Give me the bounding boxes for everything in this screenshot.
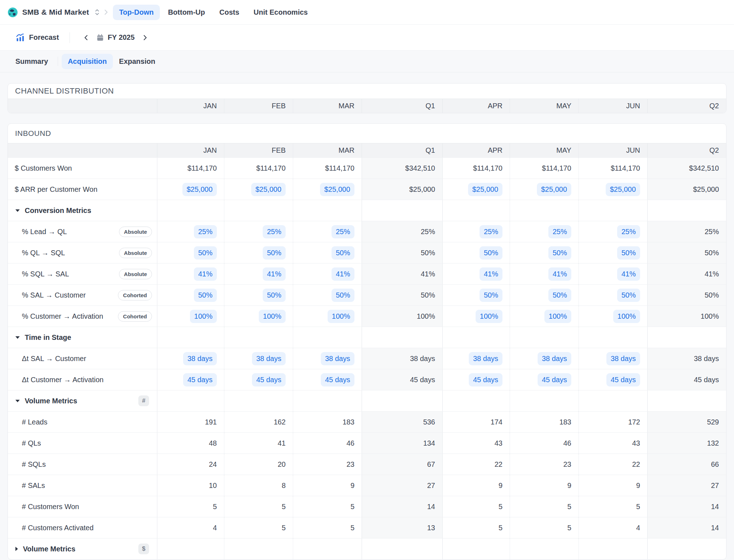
- subtab-summary[interactable]: Summary: [9, 54, 54, 69]
- editable-value[interactable]: 100%: [328, 310, 354, 323]
- row-label: Δt Customer → Activation: [22, 376, 104, 384]
- editable-value[interactable]: $25,000: [251, 183, 286, 196]
- editable-value[interactable]: 38 days: [321, 352, 354, 365]
- editable-value[interactable]: $25,000: [320, 183, 354, 196]
- editable-value[interactable]: 50%: [617, 289, 640, 302]
- editable-value[interactable]: $25,000: [606, 183, 640, 196]
- cell-feb: 8: [224, 475, 293, 496]
- nav-tab-top-down[interactable]: Top-Down: [113, 5, 159, 20]
- editable-value[interactable]: 100%: [476, 310, 502, 323]
- editable-value[interactable]: 38 days: [538, 352, 571, 365]
- editable-value[interactable]: 38 days: [606, 352, 640, 365]
- editable-value[interactable]: 100%: [259, 310, 286, 323]
- cell-jan: 48: [157, 433, 224, 454]
- editable-value[interactable]: 25%: [332, 225, 354, 238]
- editable-value[interactable]: 45 days: [321, 373, 354, 386]
- editable-value[interactable]: 41%: [480, 267, 502, 281]
- cell-mar: 50%: [293, 285, 362, 305]
- editable-value[interactable]: 50%: [194, 246, 217, 260]
- column-header-may: MAY: [510, 99, 578, 113]
- expanded-triangle-icon[interactable]: [15, 209, 20, 212]
- editable-value[interactable]: 41%: [548, 267, 571, 281]
- cell-feb: 20: [224, 454, 293, 475]
- cell-may: 100%: [510, 306, 578, 327]
- editable-value[interactable]: 25%: [480, 225, 502, 238]
- nav-tab-costs[interactable]: Costs: [213, 5, 246, 20]
- expanded-triangle-icon[interactable]: [15, 400, 20, 402]
- cell-q2: [647, 327, 726, 348]
- cell-apr: 25%: [442, 221, 510, 242]
- metric-row-arr-per-customer-won: $ ARR per Customer Won$25,000$25,000$25,…: [8, 179, 726, 200]
- cell-mar: 9: [293, 475, 362, 496]
- editable-value[interactable]: 50%: [480, 246, 502, 260]
- mode-badge-cohorted[interactable]: Cohorted: [118, 290, 152, 300]
- editable-value[interactable]: 50%: [332, 246, 354, 260]
- forecast-view-button[interactable]: Forecast: [16, 33, 59, 42]
- cell-q2: 14: [647, 517, 726, 538]
- cell-apr: [442, 390, 510, 411]
- editable-value[interactable]: 45 days: [538, 373, 571, 386]
- editable-value[interactable]: 25%: [617, 225, 640, 238]
- column-header-mar: MAR: [293, 99, 362, 113]
- prev-period-button[interactable]: [81, 32, 92, 43]
- cell-may: [510, 200, 578, 221]
- editable-value[interactable]: 45 days: [183, 373, 217, 386]
- editable-value[interactable]: 50%: [332, 289, 354, 302]
- collapsed-triangle-icon[interactable]: [15, 547, 18, 551]
- column-header-jan: JAN: [157, 99, 224, 113]
- cell-q1: 38 days: [362, 348, 442, 369]
- subtab-acquisition[interactable]: Acquisition: [62, 54, 113, 69]
- editable-value[interactable]: 41%: [194, 267, 217, 281]
- editable-value[interactable]: 45 days: [606, 373, 640, 386]
- period-selector[interactable]: FY 2025: [96, 33, 134, 42]
- section-row-volume-metrics-count[interactable]: Volume Metrics#: [8, 390, 726, 411]
- editable-value[interactable]: 50%: [548, 289, 571, 302]
- nav-tab-unit-economics[interactable]: Unit Economics: [248, 5, 314, 20]
- editable-value[interactable]: 25%: [548, 225, 571, 238]
- editable-value[interactable]: 50%: [617, 246, 640, 260]
- cell-apr: 9: [442, 475, 510, 496]
- editable-value[interactable]: 50%: [194, 289, 217, 302]
- editable-value[interactable]: 38 days: [252, 352, 286, 365]
- editable-value[interactable]: 50%: [263, 246, 286, 260]
- cell-q1: 13: [362, 517, 442, 538]
- section-row-volume-metrics-dollar[interactable]: Volume Metrics$: [8, 538, 726, 559]
- cell-mar: 46: [293, 433, 362, 454]
- editable-value[interactable]: 25%: [194, 225, 217, 238]
- editable-value[interactable]: 100%: [544, 310, 571, 323]
- editable-value[interactable]: 45 days: [252, 373, 286, 386]
- editable-value[interactable]: 50%: [480, 289, 502, 302]
- next-period-button[interactable]: [139, 32, 151, 43]
- editable-value[interactable]: 100%: [613, 310, 640, 323]
- metric-row-ql-sql: % QL → SQLAbsolute50%50%50%50%50%50%50%5…: [8, 242, 726, 263]
- mode-badge-absolute[interactable]: Absolute: [119, 227, 152, 237]
- editable-value[interactable]: 41%: [332, 267, 354, 281]
- subtab-expansion[interactable]: Expansion: [113, 54, 161, 69]
- editable-value[interactable]: 50%: [548, 246, 571, 260]
- column-header-mar: MAR: [293, 143, 362, 157]
- editable-value[interactable]: $25,000: [468, 183, 502, 196]
- editable-value[interactable]: $25,000: [537, 183, 571, 196]
- cell-feb: 5: [224, 517, 293, 538]
- nav-tab-bottom-up[interactable]: Bottom-Up: [162, 5, 211, 20]
- cell-q2: 14: [647, 496, 726, 517]
- editable-value[interactable]: 25%: [263, 225, 286, 238]
- editable-value[interactable]: 50%: [263, 289, 286, 302]
- editable-value[interactable]: 38 days: [469, 352, 502, 365]
- row-label-cell: % Lead → QLAbsolute: [8, 221, 157, 242]
- expanded-triangle-icon[interactable]: [15, 336, 20, 339]
- editable-value[interactable]: 41%: [263, 267, 286, 281]
- mode-badge-cohorted[interactable]: Cohorted: [118, 311, 152, 322]
- section-row-time-in-stage[interactable]: Time in Stage: [8, 327, 726, 348]
- editable-value[interactable]: 45 days: [469, 373, 502, 386]
- mode-badge-absolute[interactable]: Absolute: [119, 248, 152, 258]
- editable-value[interactable]: 100%: [190, 310, 217, 323]
- cell-jan: [157, 327, 224, 348]
- section-row-conversion-metrics[interactable]: Conversion Metrics: [8, 200, 726, 221]
- editable-value[interactable]: 41%: [617, 267, 640, 281]
- workspace-selector[interactable]: SMB & Mid Market: [8, 8, 100, 17]
- editable-value[interactable]: $25,000: [182, 183, 217, 196]
- cell-feb: [224, 327, 293, 348]
- mode-badge-absolute[interactable]: Absolute: [119, 269, 152, 279]
- editable-value[interactable]: 38 days: [183, 352, 217, 365]
